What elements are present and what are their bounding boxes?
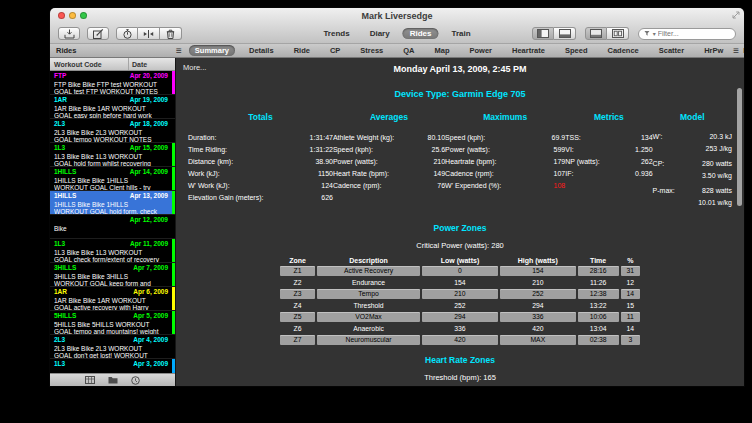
stat-row: Work (kJ): 1150: [188, 168, 333, 180]
chart-tab[interactable]: Scatter: [653, 45, 690, 56]
chart-tab[interactable]: Summary: [189, 45, 235, 56]
ride-list-item[interactable]: 1AR Apr 19, 2009 1AR Bike Bike 1AR WORKO…: [50, 95, 175, 119]
power-zones-table: Zone Description Low (watts) High (watts…: [280, 257, 640, 345]
view-tab[interactable]: Rides: [403, 28, 439, 39]
zoom-button[interactable]: [80, 12, 87, 19]
resize-icon[interactable]: [732, 11, 740, 19]
workout-color-stripe: [172, 287, 175, 310]
chart-tab[interactable]: Ride: [288, 45, 316, 56]
ride-list-item[interactable]: 2L3 Apr 18, 2009 2L3 Bike Bike 2L3 WORKO…: [50, 119, 175, 143]
averages-title: Averages: [333, 112, 445, 122]
stat-label: Time Riding:: [188, 144, 227, 156]
app-window: Mark Liversedge: [50, 8, 744, 386]
chart-tab[interactable]: Power: [464, 45, 499, 56]
chart-tab[interactable]: Cadence: [601, 45, 644, 56]
stat-row: VI: 1.250: [565, 144, 652, 156]
minimize-button[interactable]: [69, 12, 76, 19]
ride-list-item[interactable]: 1HILLS Apr 13, 2009 1HILLS Bike Bike 1HI…: [50, 191, 175, 215]
workout-desc-line1: 1L3 Bike Bike 1L3 WORKOUT: [54, 249, 168, 257]
column-header-code[interactable]: Workout Code: [50, 58, 129, 70]
workout-desc-line2: GOAL check form/extent of recovery: [54, 256, 168, 263]
bottombar-toggle-button[interactable]: [554, 27, 576, 40]
view-tab[interactable]: Diary: [363, 28, 397, 39]
view-tab[interactable]: Train: [444, 28, 477, 39]
time-cell: 10:06: [578, 312, 619, 322]
close-button[interactable]: [58, 12, 65, 19]
ride-list-item[interactable]: 5HILLS Apr 5, 2009 5HILLS Bike 5HILLS WO…: [50, 311, 175, 335]
ride-list-item[interactable]: 1L3 Apr 15, 2009 1L3 Bike Bike 1L3 WORKO…: [50, 143, 175, 167]
filter-input[interactable]: [658, 30, 730, 37]
time-cell: 12:38: [578, 289, 619, 299]
low-cell: 210: [422, 289, 498, 299]
stopwatch-button[interactable]: [116, 27, 138, 40]
chart-tab[interactable]: Stress: [354, 45, 389, 56]
stat-row: Speed (kph): 25.6: [333, 144, 445, 156]
high-cell: MAX: [500, 335, 576, 345]
column-header-date[interactable]: Date: [129, 61, 175, 68]
tiled-layout-button[interactable]: [607, 27, 629, 40]
workout-date: Apr 7, 2009: [133, 264, 168, 273]
workout-desc-line2: WORKOUT GOAL hold form, check: [54, 208, 168, 215]
sidebar-toggle-button[interactable]: [532, 27, 554, 40]
ride-list-item[interactable]: 3HILLS Apr 7, 2009 3HILLS Bike Bike 3HIL…: [50, 263, 175, 287]
more-link[interactable]: More...: [183, 63, 206, 72]
workout-color-stripe: [172, 143, 175, 166]
stat-row: W' Work (kJ): 124: [188, 180, 333, 192]
ride-list-item[interactable]: Apr 12, 2009 Bike: [50, 215, 175, 239]
workout-color-stripe: [172, 191, 175, 214]
ride-list-item[interactable]: 1HILLS Apr 14, 2009 1HILLS Bike Bike 1HI…: [50, 167, 175, 191]
folder-icon[interactable]: [108, 376, 118, 384]
ride-list-item[interactable]: 1AR Apr 6, 2009 1AR Bike Bike 1AR WORKOU…: [50, 287, 175, 311]
intervals-button[interactable]: [138, 27, 160, 40]
chart-tab[interactable]: QA: [397, 45, 420, 56]
chart-tab[interactable]: HrPw: [698, 45, 729, 56]
model-label: P-max:: [653, 186, 675, 208]
ride-list-sidebar: Workout Code Date FTP Apr 20, 2009 FTP B…: [50, 58, 176, 386]
clock-icon[interactable]: [131, 376, 140, 385]
workout-desc-line2: GOAL hold form whilst recovering: [54, 160, 168, 167]
chart-tab[interactable]: CP: [324, 45, 346, 56]
chart-tab[interactable]: Details: [243, 45, 280, 56]
chart-tab[interactable]: Heartrate: [506, 45, 551, 56]
ride-list-item[interactable]: 1L3 Apr 11, 2009 1L3 Bike Bike 1L3 WORKO…: [50, 239, 175, 263]
trash-button[interactable]: [160, 27, 182, 40]
workout-desc-line1: Bike: [54, 225, 168, 233]
calendar-grid-icon[interactable]: [85, 376, 95, 384]
stat-label: IF:: [565, 168, 573, 180]
stat-label: W' Work (kJ):: [188, 180, 230, 192]
ride-list-item[interactable]: 1L3 Apr 3, 2009: [50, 359, 175, 373]
stat-value: 1:31:22: [304, 144, 333, 156]
stat-value: 38.90: [309, 156, 333, 168]
low-cell: 154: [422, 278, 498, 288]
chart-tab[interactable]: Map: [429, 45, 456, 56]
chart-tabbar: Rides ≡ Summary Details Ride CP Stress Q…: [50, 43, 744, 58]
compose-button[interactable]: [87, 27, 109, 40]
vertical-scrollbar[interactable]: [737, 88, 742, 206]
view-tab[interactable]: Trends: [316, 28, 356, 39]
workout-code: 2L3: [54, 336, 65, 345]
ride-list-item[interactable]: 2L3 Apr 4, 2009 2L3 Bike Bike 2L3 WORKOU…: [50, 335, 175, 359]
stat-label: Cadence (rpm):: [445, 168, 494, 180]
tabbar-overflow-icon[interactable]: ≡: [733, 46, 739, 56]
power-zone-row: Z5 VO2Max 294 336 10:06 11: [280, 312, 640, 322]
ride-list-item[interactable]: FTP Apr 20, 2009 FTP Bike Bike FTP test …: [50, 71, 175, 95]
chart-tab[interactable]: Speed: [559, 45, 594, 56]
stat-label: NP (watts):: [565, 156, 600, 168]
tabbar-menu-icon[interactable]: ≡: [176, 46, 182, 56]
titlebar[interactable]: Mark Liversedge: [50, 8, 744, 24]
filter-field[interactable]: ▾: [638, 28, 736, 40]
ride-list-header[interactable]: Workout Code Date: [50, 58, 175, 71]
time-cell: 13:22: [578, 301, 619, 311]
workout-desc-line2: GOAL active recovery with Harry: [54, 304, 168, 311]
zone-cell: Z7: [280, 335, 315, 345]
ride-title: Monday April 13, 2009, 2:45 PM: [188, 64, 732, 74]
low-cell: 0: [422, 266, 498, 276]
single-layout-button[interactable]: [585, 27, 607, 40]
stat-value: 76: [431, 180, 445, 192]
import-button[interactable]: [58, 27, 80, 40]
workout-date: Apr 20, 2009: [130, 72, 168, 81]
workout-date: Apr 13, 2009: [130, 192, 168, 201]
stat-row: Duration: 1:31:47: [188, 132, 333, 144]
workout-desc-line1: 1HILLS Bike Bike 1HILLS: [54, 201, 168, 209]
stat-value: 626: [315, 192, 333, 204]
